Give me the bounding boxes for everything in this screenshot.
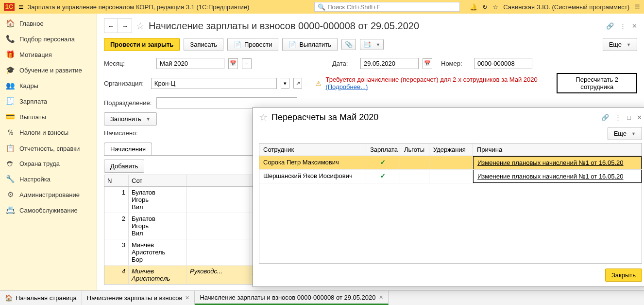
- receipt-icon: 🧾: [6, 97, 15, 106]
- nav-forward-button[interactable]: →: [118, 19, 132, 33]
- id-icon: 📇: [6, 206, 15, 215]
- percent-icon: ％: [6, 128, 15, 137]
- user-name[interactable]: Савинская З.Ю. (Системный программист): [503, 3, 629, 11]
- table-row[interactable]: Сорока Петр Максимович ✓ Изменение плано…: [259, 156, 642, 170]
- recalc-grid[interactable]: Сотрудник Зарплата Льготы Удержания Прич…: [259, 143, 642, 264]
- sidebar-item-label: Настройка: [19, 176, 51, 183]
- open-icon[interactable]: ↗: [293, 78, 302, 89]
- calendar-icon[interactable]: 📅: [423, 58, 432, 69]
- fill-button[interactable]: Заполнить: [104, 112, 157, 126]
- col-emp: Сотрудник: [259, 144, 366, 156]
- sidebar-item-hr[interactable]: 👥Кадры: [0, 78, 97, 93]
- close-button[interactable]: Закрыть: [605, 269, 642, 282]
- sidebar-item-salary[interactable]: 🧾Зарплата: [0, 93, 97, 109]
- kebab-icon[interactable]: ⋮: [620, 22, 626, 30]
- date-label: Дата:: [332, 60, 356, 67]
- history-icon[interactable]: ↻: [482, 3, 488, 11]
- sidebar-item-reports[interactable]: 📋Отчетность, справки: [0, 141, 97, 156]
- number-input[interactable]: [474, 58, 532, 69]
- sidebar-item-recruit[interactable]: 📞Подбор персонала: [0, 31, 97, 47]
- stepper-icon[interactable]: ÷: [242, 58, 252, 69]
- kebab-icon[interactable]: ⋮: [615, 114, 621, 121]
- gear-icon: ⚙: [6, 190, 15, 199]
- recalculate-button[interactable]: Пересчитать 2 сотрудника: [557, 73, 637, 93]
- doc-title: Начисление зарплаты и взносов 0000-00000…: [149, 20, 419, 32]
- sidebar-item-taxes[interactable]: ％Налоги и взносы: [0, 125, 97, 141]
- col-emp: Сот: [129, 175, 187, 186]
- modal-more-button[interactable]: Еще: [608, 127, 642, 140]
- warning-icon: ⚠: [316, 80, 322, 87]
- accrued-label: Начислено:: [104, 129, 153, 137]
- sidebar-item-label: Выплаты: [19, 113, 46, 121]
- menu-icon[interactable]: ≡: [18, 2, 24, 12]
- sidebar-item-selfservice[interactable]: 📇Самообслуживание: [0, 202, 97, 218]
- print-button[interactable]: 📑: [360, 39, 384, 50]
- check-icon: ✓: [366, 156, 400, 169]
- post-and-close-button[interactable]: Провести и закрыть: [104, 38, 180, 51]
- attach-button[interactable]: 📎: [341, 39, 356, 50]
- doc-toolbar: Провести и закрыть Записать 📄Провести 📄В…: [97, 38, 644, 56]
- table-row[interactable]: Шершанский Яков Иосифович ✓ Изменение пл…: [259, 170, 642, 183]
- clipboard-icon: 📋: [6, 144, 15, 153]
- sidebar-item-label: Мотивация: [19, 51, 52, 58]
- date-input[interactable]: [360, 58, 419, 69]
- reason-link[interactable]: Изменение плановых начислений №1 от 16.0…: [473, 156, 642, 169]
- doc-header: ← → ☆ Начисление зарплаты и взносов 0000…: [97, 14, 644, 38]
- close-icon[interactable]: ✕: [379, 294, 383, 301]
- reason-link[interactable]: Изменение плановых начислений №1 от 16.0…: [473, 170, 642, 183]
- sidebar-item-motivation[interactable]: 🎁Мотивация: [0, 47, 97, 62]
- logo-1c: 1С: [4, 2, 15, 11]
- bell-icon[interactable]: 🔔: [470, 3, 477, 11]
- tab-accruals[interactable]: Начисления: [104, 143, 152, 155]
- global-search[interactable]: 🔍: [314, 2, 460, 12]
- sidebar-item-payments[interactable]: 💳Выплаты: [0, 109, 97, 125]
- calendar-icon[interactable]: 📅: [228, 58, 238, 69]
- sidebar-item-label: Охрана труда: [19, 160, 60, 167]
- org-label: Организация:: [104, 80, 147, 87]
- close-icon[interactable]: ✕: [185, 295, 189, 301]
- dropdown-icon[interactable]: ▾: [281, 78, 289, 89]
- sidebar: 🏠Главное 📞Подбор персонала 🎁Мотивация 🎓О…: [0, 14, 97, 290]
- star-icon[interactable]: ☆: [492, 3, 498, 11]
- sidebar-item-training[interactable]: 🎓Обучение и развитие: [0, 62, 97, 78]
- bottom-tab-doc[interactable]: Начисление зарплаты и взносов 0000-00000…: [195, 291, 388, 305]
- app-title: Зарплата и управление персоналом КОРП, р…: [28, 3, 250, 11]
- link-icon[interactable]: 🔗: [606, 22, 614, 30]
- nav-back-button[interactable]: ←: [104, 19, 118, 33]
- search-input[interactable]: [327, 3, 457, 11]
- close-icon[interactable]: ✕: [632, 22, 637, 30]
- check-icon: ✓: [366, 170, 400, 183]
- favorite-icon[interactable]: ☆: [259, 111, 268, 123]
- sidebar-item-label: Отчетность, справки: [19, 145, 80, 152]
- sidebar-item-main[interactable]: 🏠Главное: [0, 16, 97, 31]
- post-button[interactable]: 📄Провести: [227, 38, 279, 51]
- more-button[interactable]: Еще: [603, 38, 637, 51]
- number-label: Номер:: [441, 60, 470, 67]
- card-icon: 💳: [6, 112, 15, 121]
- col-n: N: [104, 175, 129, 186]
- bottom-tab-home[interactable]: 🏠Начальная страница: [0, 291, 82, 305]
- link-icon[interactable]: 🔗: [601, 114, 609, 121]
- bottom-tab-list[interactable]: Начисление зарплаты и взносов✕: [82, 291, 195, 305]
- favorite-icon[interactable]: ☆: [136, 20, 145, 32]
- home-icon: 🏠: [6, 19, 15, 28]
- warning-link[interactable]: (Подробнее...): [325, 83, 368, 90]
- nav-arrows: ← →: [104, 18, 132, 33]
- graduation-icon: 🎓: [6, 66, 15, 74]
- close-icon[interactable]: ✕: [637, 114, 642, 121]
- month-input[interactable]: [156, 58, 224, 69]
- settings-icon[interactable]: ☰: [634, 3, 640, 11]
- sidebar-item-safety[interactable]: ⛑Охрана труда: [0, 156, 97, 171]
- sidebar-item-label: Подбор персонала: [19, 36, 75, 43]
- maximize-icon[interactable]: □: [627, 114, 631, 121]
- main-area: ← → ☆ Начисление зарплаты и взносов 0000…: [97, 14, 644, 290]
- sidebar-item-label: Обучение и развитие: [19, 67, 82, 74]
- app-bar: 1С ≡ Зарплата и управление персоналом КО…: [0, 0, 644, 14]
- svg-text:1С: 1С: [5, 3, 14, 10]
- add-button[interactable]: Добавить: [104, 160, 144, 173]
- sidebar-item-settings[interactable]: 🔧Настройка: [0, 171, 97, 187]
- write-button[interactable]: Записать: [184, 38, 223, 51]
- org-input[interactable]: [151, 78, 277, 89]
- pay-button[interactable]: 📄Выплатить: [282, 38, 338, 51]
- sidebar-item-admin[interactable]: ⚙Администрирование: [0, 187, 97, 202]
